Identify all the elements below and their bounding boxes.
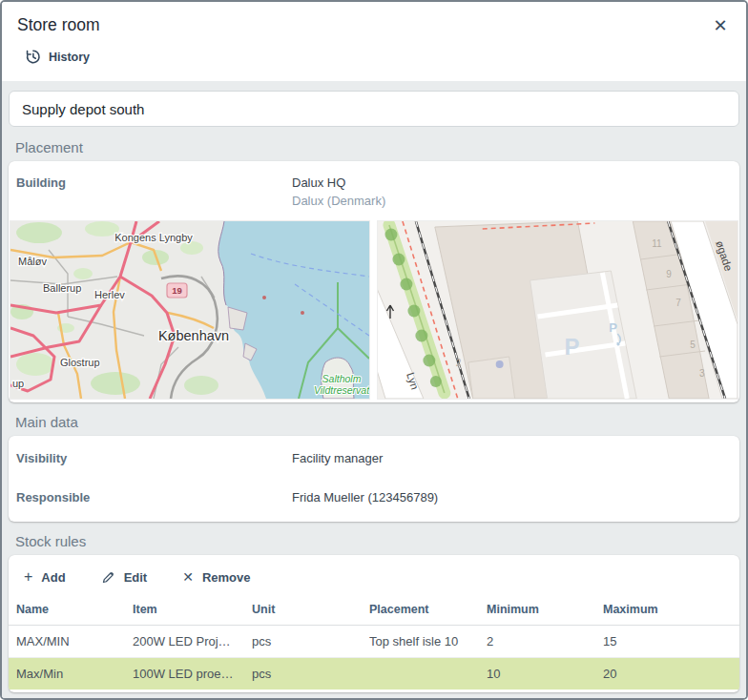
map-label-reserve-2: Vildtreservat	[314, 384, 369, 396]
map-number-7: 7	[675, 298, 681, 308]
col-header-placement[interactable]: Placement	[362, 597, 479, 626]
remove-label: Remove	[202, 570, 251, 585]
edit-label: Edit	[124, 570, 148, 585]
main-data-heading: Main data	[15, 414, 739, 430]
visibility-row: Visibility Facility manager	[9, 436, 739, 475]
stock-rules-heading: Stock rules	[15, 533, 739, 549]
overview-map[interactable]: 19 Kongens Lyngby Måløv Ballerup Herlev …	[10, 221, 369, 399]
placement-card: Building Dalux HQ Dalux (Denmark)	[9, 161, 739, 402]
table-row[interactable]: Max/Min 100W LED proe… pcs 10 20	[9, 658, 739, 690]
main-data-card: Visibility Facility manager Responsible …	[9, 436, 739, 522]
building-name: Dalux HQ	[292, 174, 385, 192]
col-header-unit[interactable]: Unit	[244, 597, 362, 626]
dialog-header: Store room ✕ History	[2, 2, 746, 81]
responsible-value: Frida Mueller (123456789)	[292, 488, 438, 506]
map-number-9: 9	[666, 269, 672, 279]
visibility-value: Facility manager	[292, 449, 383, 467]
history-label: History	[49, 51, 90, 64]
dialog-body: Placement Building Dalux HQ Dalux (Denma…	[2, 81, 746, 698]
stock-rules-toolbar: + Add Edit ✕ Remove	[9, 555, 739, 597]
cell-placement	[362, 658, 479, 690]
map-label-ballerup: Ballerup	[43, 282, 81, 294]
store-room-name-input[interactable]	[9, 91, 739, 127]
maps-row: 19 Kongens Lyngby Måløv Ballerup Herlev …	[9, 219, 739, 402]
responsible-row: Responsible Frida Mueller (123456789)	[9, 475, 739, 522]
add-label: Add	[41, 570, 65, 585]
cell-minimum: 2	[479, 626, 595, 658]
map-number-2: 2	[456, 358, 462, 368]
col-header-name[interactable]: Name	[9, 597, 125, 626]
cell-unit: pcs	[244, 658, 362, 690]
building-row: Building Dalux HQ Dalux (Denmark)	[9, 161, 739, 219]
edit-pencil-icon	[101, 570, 115, 585]
table-header-row: Name Item Unit Placement Minimum Maximum	[9, 597, 739, 626]
history-button[interactable]: History	[25, 49, 90, 65]
table-row[interactable]: MAX/MIN 200W LED Proj… pcs Top shelf isl…	[9, 626, 739, 658]
cell-name: MAX/MIN	[9, 626, 125, 658]
stock-rules-card: + Add Edit ✕ Remove	[9, 555, 739, 692]
edit-button[interactable]: Edit	[101, 562, 148, 593]
map-parking-small-icon: P	[609, 320, 617, 335]
close-button[interactable]: ✕	[706, 11, 735, 40]
map-label-herlev: Herlev	[94, 289, 125, 300]
map-label-reserve-1: Saltholm	[322, 373, 362, 384]
cell-maximum: 20	[595, 658, 739, 690]
map-label-edge: up	[12, 378, 24, 389]
map-label-maalov: Måløv	[18, 256, 47, 267]
remove-icon: ✕	[182, 569, 194, 585]
col-header-maximum[interactable]: Maximum	[595, 597, 739, 626]
cell-maximum: 15	[595, 626, 739, 658]
building-label: Building	[16, 174, 292, 192]
map-road-badge: 19	[172, 285, 182, 296]
store-room-dialog: Store room ✕ History Placement Building …	[0, 0, 748, 700]
cell-item: 100W LED proe…	[125, 658, 244, 690]
cell-unit: pcs	[244, 626, 362, 658]
responsible-label: Responsible	[16, 488, 292, 506]
col-header-item[interactable]: Item	[125, 597, 244, 626]
map-number-5: 5	[690, 340, 696, 350]
building-location-link[interactable]: Dalux (Denmark)	[292, 192, 385, 210]
stock-rules-table: Name Item Unit Placement Minimum Maximum…	[9, 597, 739, 690]
placement-heading: Placement	[15, 139, 739, 155]
map-parking-icon: P	[564, 334, 579, 360]
cell-item: 200W LED Proj…	[125, 626, 244, 658]
cell-placement: Top shelf isle 10	[362, 626, 479, 658]
detail-map[interactable]: P P 11 9 7 5 3 2 øgade Lyn	[378, 221, 738, 399]
add-icon: +	[24, 569, 32, 585]
map-number-11: 11	[652, 238, 662, 249]
close-icon: ✕	[713, 16, 727, 35]
map-label-kobenhavn: København	[158, 328, 229, 343]
cell-minimum: 10	[479, 658, 595, 690]
visibility-label: Visibility	[16, 449, 292, 467]
remove-button[interactable]: ✕ Remove	[182, 561, 250, 593]
history-icon	[25, 49, 41, 65]
map-label-glostrup: Glostrup	[60, 357, 100, 368]
map-label-kongens-lyngby: Kongens Lyngby	[114, 232, 193, 243]
cell-name: Max/Min	[9, 658, 125, 690]
dialog-title: Store room	[17, 12, 731, 37]
col-header-minimum[interactable]: Minimum	[479, 597, 595, 626]
add-button[interactable]: + Add	[24, 561, 66, 593]
map-number-3: 3	[699, 368, 705, 379]
